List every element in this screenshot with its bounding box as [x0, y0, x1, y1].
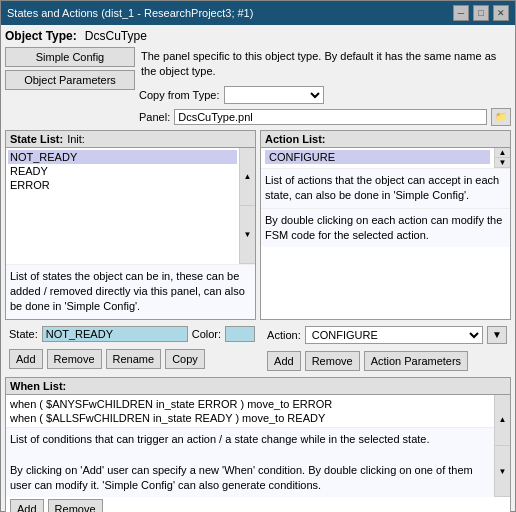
object-type-label: Object Type: [5, 29, 77, 43]
state-list-area: NOT_READY READY ERROR ▲ ▼ [6, 148, 255, 264]
action-list-scrollbar: ▲ ▼ [494, 148, 510, 168]
main-content: Object Type: DcsCuType Simple Config Obj… [1, 25, 515, 512]
title-bar: States and Actions (dist_1 - ResearchPro… [1, 1, 515, 25]
action-controls: Action: CONFIGURE ▼ Add Remove Action Pa… [263, 324, 511, 373]
color-label: Color: [192, 328, 221, 340]
state-list-scrollbar: ▲ ▼ [239, 148, 255, 264]
action-label: Action: [267, 329, 301, 341]
copy-from-dropdown[interactable] [224, 86, 324, 104]
list-item[interactable]: when ( $ALLSFwCHILDREN in_state READY ) … [10, 411, 490, 425]
when-list-items: when ( $ANYSFwCHILDREN in_state ERROR ) … [6, 395, 494, 427]
state-list-panel: State List: Init: NOT_READY READY ERROR … [5, 130, 256, 320]
panel-folder-button[interactable]: 📁 [491, 108, 511, 126]
when-scroll-down[interactable]: ▼ [495, 446, 510, 497]
middle-section: State List: Init: NOT_READY READY ERROR … [5, 130, 511, 320]
close-button[interactable]: ✕ [493, 5, 509, 21]
color-box[interactable] [225, 326, 255, 342]
state-list-description: List of states the object can be in, the… [6, 264, 255, 319]
action-list-header: Action List: [261, 131, 510, 148]
state-button-row: Add Remove Rename Copy [5, 347, 259, 371]
action-button-row: Add Remove Action Parameters [263, 349, 511, 373]
when-remove-button[interactable]: Remove [48, 499, 103, 512]
action-remove-button[interactable]: Remove [305, 351, 360, 371]
state-remove-button[interactable]: Remove [47, 349, 102, 369]
when-scroll-up[interactable]: ▲ [495, 395, 510, 446]
object-type-value: DcsCuType [85, 29, 147, 43]
copy-from-row: Copy from Type: [139, 86, 511, 104]
state-list-init-label: Init: [67, 133, 85, 145]
panel-label: Panel: [139, 111, 170, 123]
when-list-header: When List: [6, 378, 510, 395]
list-item[interactable]: READY [8, 164, 237, 178]
action-parameters-button[interactable]: Action Parameters [364, 351, 468, 371]
panel-input[interactable] [174, 109, 487, 125]
left-buttons-panel: Simple Config Object Parameters [5, 47, 135, 126]
object-type-description: The panel specific to this object type. … [139, 47, 511, 82]
when-button-row: Add Remove [6, 497, 510, 512]
state-add-button[interactable]: Add [9, 349, 43, 369]
state-list-header-label: State List: [10, 133, 63, 145]
top-section: Simple Config Object Parameters The pane… [5, 47, 511, 126]
window-title: States and Actions (dist_1 - ResearchPro… [7, 7, 253, 19]
action-add-button[interactable]: Add [267, 351, 301, 371]
when-list-section: When List: when ( $ANYSFwCHILDREN in_sta… [5, 377, 511, 512]
state-row: State: Color: [5, 324, 259, 344]
panel-row: Panel: 📁 [139, 108, 511, 126]
action-list-panel: Action List: CONFIGURE ▲ ▼ List of actio… [260, 130, 511, 320]
list-item[interactable]: ERROR [8, 178, 237, 192]
state-action-rows: State: Color: Add Remove Rename Copy Act… [5, 324, 511, 373]
list-item[interactable]: NOT_READY [8, 150, 237, 164]
action-items-container: CONFIGURE [261, 148, 494, 168]
action-scroll-up[interactable]: ▲ [495, 148, 510, 158]
state-list-header: State List: Init: [6, 131, 255, 148]
title-bar-buttons: ─ □ ✕ [453, 5, 509, 21]
main-window: States and Actions (dist_1 - ResearchPro… [0, 0, 516, 512]
action-list-inner: CONFIGURE ▲ ▼ List of actions that the o… [261, 148, 510, 319]
state-controls: State: Color: Add Remove Rename Copy [5, 324, 259, 373]
maximize-button[interactable]: □ [473, 5, 489, 21]
object-type-row: Object Type: DcsCuType [5, 29, 511, 43]
action-list-description2: By double clicking on each action can mo… [261, 208, 510, 248]
state-list-items: NOT_READY READY ERROR [6, 148, 239, 264]
state-input[interactable] [42, 326, 188, 342]
simple-config-button[interactable]: Simple Config [5, 47, 135, 67]
action-list-header-label: Action List: [265, 133, 326, 145]
visib-dropdown-button[interactable]: ▼ [487, 326, 507, 344]
scroll-up-arrow[interactable]: ▲ [240, 148, 255, 206]
copy-from-label: Copy from Type: [139, 89, 220, 101]
action-row: Action: CONFIGURE ▼ [263, 324, 511, 346]
scroll-down-arrow[interactable]: ▼ [240, 206, 255, 264]
when-list-description: List of conditions that can trigger an a… [6, 427, 494, 498]
minimize-button[interactable]: ─ [453, 5, 469, 21]
action-select[interactable]: CONFIGURE [305, 326, 483, 344]
list-item[interactable]: when ( $ANYSFwCHILDREN in_state ERROR ) … [10, 397, 490, 411]
when-list-body: when ( $ANYSFwCHILDREN in_state ERROR ) … [6, 395, 510, 498]
state-rename-button[interactable]: Rename [106, 349, 162, 369]
when-add-button[interactable]: Add [10, 499, 44, 512]
action-scroll-down[interactable]: ▼ [495, 158, 510, 168]
when-list-scrollbar: ▲ ▼ [494, 395, 510, 498]
state-label: State: [9, 328, 38, 340]
when-desc-text2: By clicking on 'Add' user can specify a … [10, 464, 473, 491]
state-copy-button[interactable]: Copy [165, 349, 205, 369]
when-list-content: when ( $ANYSFwCHILDREN in_state ERROR ) … [6, 395, 494, 498]
object-parameters-button[interactable]: Object Parameters [5, 70, 135, 90]
list-item[interactable]: CONFIGURE [265, 150, 490, 164]
when-desc-text1: List of conditions that can trigger an a… [10, 433, 429, 445]
action-list-description1: List of actions that the object can acce… [261, 168, 510, 208]
